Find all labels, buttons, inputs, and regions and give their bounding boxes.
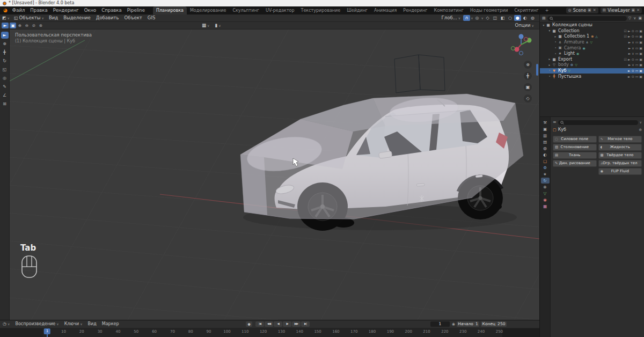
playback-menu[interactable]: Воспроизведение∨	[12, 322, 61, 326]
timeline-editor-type-button[interactable]: ◷∨	[0, 322, 12, 326]
tab-scene[interactable]: ◍	[541, 145, 550, 151]
shading-solid-icon[interactable]: ●	[514, 15, 521, 21]
camera-toggle-icon[interactable]: ▣	[639, 52, 642, 55]
scale-tool[interactable]: ◱	[1, 66, 9, 73]
options-dropdown[interactable]: Опции∨	[513, 23, 537, 28]
camera-view-icon[interactable]: ▣	[524, 83, 532, 91]
shading-wireframe-icon[interactable]: ○	[507, 15, 514, 21]
chevron-toggle-icon[interactable]: ∨	[632, 41, 634, 44]
viewlayer-new-icon[interactable]: ▣	[632, 9, 635, 12]
screen-toggle-icon[interactable]: ▭	[635, 58, 639, 61]
outliner-row[interactable]: ▾▦Коллекция сцены	[540, 23, 644, 28]
cursor-toggle-icon[interactable]: ►	[628, 35, 631, 38]
properties-options-dropdown[interactable]: ∨	[640, 121, 642, 124]
jump-to-end-button[interactable]: ▶|	[301, 321, 310, 327]
eye-toggle-icon[interactable]: ⊙	[632, 69, 634, 72]
camera-toggle-icon[interactable]: ▣	[639, 30, 642, 33]
breadcrumb-object-name[interactable]: Куб	[558, 128, 566, 132]
viewport-3d[interactable]: Пользовательская перспектива (1) Коллекц…	[10, 30, 539, 320]
transform-orientation-dropdown[interactable]: Глоб...∨	[440, 16, 463, 20]
cursor-toggle-icon[interactable]: ►	[628, 58, 631, 61]
outliner-row[interactable]: •▣Camera◉►∨▭▣	[540, 45, 644, 51]
chevron-toggle-icon[interactable]: ∨	[632, 47, 634, 50]
tab-modifiers[interactable]: ⚙	[541, 165, 550, 171]
disclosure-icon[interactable]: •	[553, 53, 558, 56]
snap-magnet-icon[interactable]: ∩	[463, 15, 470, 21]
camera-toggle-icon[interactable]: ▣	[639, 47, 642, 50]
os-titlebar[interactable]: * [Unsaved] - Blender 4.0 beta	[0, 0, 644, 6]
workspace-tab[interactable]: Рендеринг	[400, 6, 430, 14]
transform-tool[interactable]: ◎	[1, 75, 9, 82]
collision-button[interactable]: ▨Столкновение	[553, 144, 597, 151]
tab-output[interactable]: ▥	[541, 133, 550, 138]
auto-keying-button[interactable]: ●	[246, 321, 252, 327]
screen-toggle-icon[interactable]: ▭	[635, 41, 639, 44]
add-workspace-button[interactable]: +	[542, 6, 552, 14]
playhead[interactable]: 1	[44, 328, 50, 334]
viewport-menu[interactable]: GIS	[145, 16, 158, 20]
tab-world[interactable]: ◐	[541, 152, 550, 158]
exclude-checkbox[interactable]: ☑	[624, 35, 627, 38]
screen-toggle-icon[interactable]: ▭	[635, 69, 639, 72]
viewport-menu[interactable]: Вид	[46, 16, 61, 20]
frame-end-field[interactable]: Конец250	[481, 321, 507, 327]
camera-toggle-icon[interactable]: ▣	[639, 58, 642, 61]
perspective-toggle-icon[interactable]: ◇	[524, 94, 532, 102]
workspace-tab[interactable]: Скриптинг	[511, 6, 541, 14]
viewport-menu[interactable]: Добавить	[93, 16, 122, 20]
disclosure-icon[interactable]: ▸	[547, 64, 552, 67]
cursor-toggle-icon[interactable]: ►	[628, 52, 631, 55]
screen-toggle-icon[interactable]: ▭	[635, 30, 639, 33]
outliner-row[interactable]: ▾▦Collection☑►⊙▭▣	[540, 28, 644, 34]
jump-to-start-button[interactable]: |◀	[255, 321, 264, 327]
camera-toggle-icon[interactable]: ▣	[639, 63, 642, 67]
outliner-search-input[interactable]	[547, 16, 627, 21]
scene-new-icon[interactable]: ▣	[588, 9, 591, 12]
mode-selector[interactable]: ◱ Объекты ∨	[12, 16, 46, 20]
active-tool-icon[interactable]: ►	[2, 23, 9, 28]
topbar-menu[interactable]: Рендеринг	[50, 8, 82, 13]
tab-render[interactable]: ▣	[541, 126, 550, 132]
workspace-tab[interactable]: Планировка	[153, 6, 187, 14]
outliner-row[interactable]: •▼Куб▽►⊙▭▣	[540, 68, 644, 74]
workspace-tab[interactable]: Моделирование	[187, 6, 230, 14]
add-cube-tool[interactable]: ⊞	[1, 100, 9, 107]
tab-material[interactable]: ◉	[541, 197, 550, 203]
tab-texture[interactable]: ▦	[541, 203, 550, 209]
tab-object[interactable]: ▢	[541, 158, 550, 164]
viewlayer-unlink-icon[interactable]: ✕	[636, 9, 640, 12]
new-collection-icon[interactable]: ▣	[638, 17, 642, 20]
topbar-menu[interactable]: Файл	[10, 8, 27, 13]
chevron-toggle-icon[interactable]: ∨	[632, 63, 634, 67]
outliner-row[interactable]: ▸▦Export☑►⊙▭▣	[540, 57, 644, 63]
xray-toggle-icon[interactable]: ◧	[499, 15, 506, 21]
cloth-button[interactable]: ▤Ткань	[553, 152, 597, 159]
dynamic-paint-button[interactable]: ✎Дин. рисование	[553, 160, 597, 167]
select-mode-new[interactable]: ▣	[10, 23, 16, 28]
eye-toggle-icon[interactable]: ⊙	[632, 75, 634, 78]
view-menu[interactable]: Вид	[85, 322, 99, 326]
force-field-button[interactable]: ◌Силовое поле	[553, 136, 597, 143]
workspace-tab[interactable]: Шейдинг	[343, 6, 371, 14]
disclosure-icon[interactable]: •	[553, 41, 558, 44]
cursor-tool[interactable]: ⊕	[1, 40, 9, 47]
proportional-edit-icon[interactable]: ◎	[474, 15, 481, 21]
viewlayer-selector[interactable]: ▤ ViewLayer ▣ ✕	[601, 8, 642, 13]
tab-view-layer[interactable]: ▤	[541, 139, 550, 145]
rigid-body-constraint-button[interactable]: ⊥Огр. твёрдых тел	[598, 160, 642, 167]
scene-selector[interactable]: ◍ Scene ▣ ✕	[566, 8, 598, 13]
tab-tool[interactable]: ⚒	[541, 120, 550, 126]
rotate-tool[interactable]: ↻	[1, 57, 9, 64]
navigation-gizmo[interactable]	[509, 33, 533, 56]
snap-magnet-icon-dropdown[interactable]: ∨	[471, 17, 473, 20]
cursor-toggle-icon[interactable]: ►	[628, 47, 631, 50]
workspace-tab[interactable]: Текстурирование	[298, 6, 344, 14]
zoom-icon[interactable]: ⊕	[524, 61, 532, 69]
workspace-tab[interactable]: UV-редактор	[262, 6, 298, 14]
topbar-menu[interactable]: Правка	[27, 8, 50, 13]
outliner-row[interactable]: •╋Пустышка►⊙▭▣	[540, 74, 644, 79]
next-keyframe-button[interactable]: ▶▶	[292, 321, 301, 327]
outliner-row[interactable]: ▸▦Collection 1⊗◬☑►⊙▭▣	[540, 34, 644, 40]
topbar-menu[interactable]: Справка	[99, 8, 124, 13]
workspace-tab[interactable]: Скульптинг	[229, 6, 262, 14]
